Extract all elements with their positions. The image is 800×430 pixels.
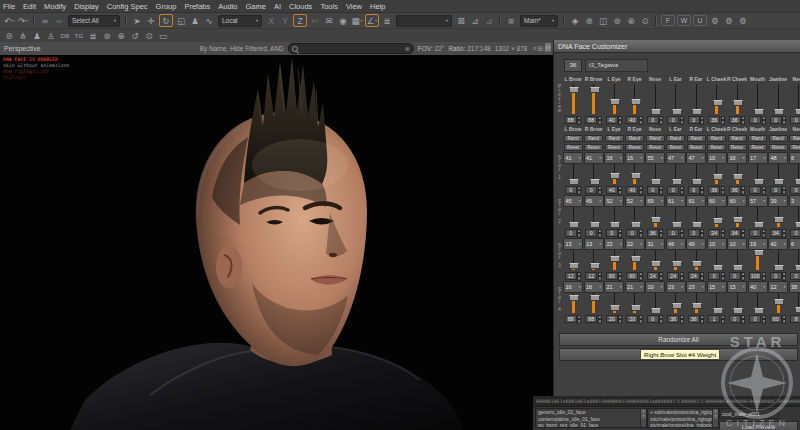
slider-handle[interactable] [733,100,743,106]
slider-handle[interactable] [774,109,784,115]
spinner-down[interactable]: ▼ [762,319,766,324]
weight-value-r-eye[interactable]: 40▲▼ [626,186,643,194]
weight-value-l-brow[interactable]: 88▲▼ [565,116,582,124]
panel-layout-icon[interactable]: ▭ [157,30,169,42]
unlink-icon[interactable]: ∞ [53,15,65,27]
axis-xy-button[interactable]: XY [309,15,321,27]
weight-value-neck[interactable]: 8▲▼ [790,315,800,323]
menu-game[interactable]: Game [245,2,265,11]
weight-slider-jawline[interactable] [768,293,788,313]
weight-slider-r-ear[interactable] [686,84,706,114]
weight-value-l-ear[interactable]: 0▲▼ [667,229,684,237]
slider-handle[interactable] [754,179,764,185]
weight-value-jawline[interactable]: 0▲▼ [770,116,787,124]
weight-value-r-eye[interactable]: 20▲▼ [626,315,643,323]
weight-value-r-brow[interactable]: 88▲▼ [585,116,602,124]
layers-icon[interactable]: ≋ [505,15,517,27]
weight-slider-jawline[interactable] [768,207,788,227]
weight-value-r-cheek[interactable]: 0▲▼ [729,272,746,280]
weight-slider-l-cheek[interactable] [707,164,727,184]
slider-handle[interactable] [651,179,661,185]
slider-handle[interactable] [713,100,723,106]
slider-handle[interactable] [795,307,800,313]
weight-slider-r-cheek[interactable] [727,293,747,313]
weight-value-jawline[interactable]: 0▲▼ [770,186,787,194]
search-input[interactable] [300,45,405,53]
head-dropdown-l-ear[interactable]: 23▾ [666,281,686,293]
rand-button-mouth[interactable]: Rand [748,135,767,142]
weight-slider-nose[interactable] [645,207,665,227]
menu-prefabs[interactable]: Prefabs [184,2,210,11]
panel-dock-icon[interactable]: ▤ [544,41,552,51]
slider-handle[interactable] [692,109,702,115]
weight-slider-l-brow[interactable] [563,84,583,114]
spinner-down[interactable]: ▼ [762,276,766,281]
cinematics-icon[interactable]: ⊙ [639,15,651,27]
weight-value-l-brow[interactable]: 0▲▼ [565,229,582,237]
outliner-icon[interactable]: ≣ [87,30,99,42]
weight-value-l-eye[interactable]: 60▲▼ [606,272,623,280]
weight-value-neck[interactable]: 0▲▼ [790,272,800,280]
slider-handle[interactable] [795,222,800,228]
spinner-down[interactable]: ▼ [639,190,643,195]
character-icon[interactable]: ♙ [45,30,57,42]
weight-slider-r-eye[interactable] [625,207,645,227]
weight-value-l-ear[interactable]: 36▲▼ [667,315,684,323]
spinner-down[interactable]: ▼ [700,120,704,125]
weight-slider-r-cheek[interactable] [727,84,747,114]
weight-value-r-brow[interactable]: 88▲▼ [585,315,602,323]
facebook-icon[interactable]: F [661,15,675,26]
selection-set-dropdown[interactable]: ▾ [396,15,452,27]
pose-icon[interactable]: ♟ [31,30,43,42]
weight-value-nose[interactable]: 0▲▼ [647,186,664,194]
weight-value-nose[interactable]: 0▲▼ [647,116,664,124]
weight-slider-r-eye[interactable] [625,293,645,313]
weight-value-l-cheek[interactable]: 24▲▼ [708,229,725,237]
head-dropdown-l-ear[interactable]: 61▾ [666,195,686,207]
clear-search-icon[interactable]: ⊗ [405,45,410,52]
child-select-icon[interactable]: ⊿ [483,15,495,27]
slider-handle[interactable] [713,218,723,224]
head-dropdown-neck[interactable]: 3▾ [789,195,800,207]
menu-file[interactable]: File [3,2,15,11]
weight-slider-r-ear[interactable] [686,207,706,227]
menu-config-spec[interactable]: Config Spec [107,2,148,11]
weight-value-mouth[interactable]: 0▲▼ [749,315,766,323]
rand-button-jawline[interactable]: Rand [769,135,788,142]
weight-value-l-cheek[interactable]: 0▲▼ [708,272,725,280]
head-dropdown-r-ear[interactable]: 23▾ [686,281,706,293]
weight-slider-l-eye[interactable] [604,250,624,270]
spinner-down[interactable]: ▼ [680,233,684,238]
weight-slider-l-ear[interactable] [666,207,686,227]
menu-clouds[interactable]: Clouds [289,2,312,11]
spinner-down[interactable]: ▼ [577,120,581,125]
weight-slider-mouth[interactable] [748,164,768,184]
spinner-down[interactable]: ▼ [680,190,684,195]
move-tool-icon[interactable]: ✛ [145,15,157,27]
spinner-down[interactable]: ▼ [680,276,684,281]
head-dropdown-r-eye[interactable]: 16▾ [625,152,645,164]
slider-handle[interactable] [692,303,702,309]
weight-slider-neck[interactable] [789,164,800,184]
bind-icon[interactable]: ⊚ [101,30,113,42]
slider-handle[interactable] [672,261,682,267]
slider-handle[interactable] [631,222,641,228]
weight-slider-r-eye[interactable] [625,84,645,114]
weight-slider-r-ear[interactable] [686,293,706,313]
weight-slider-jawline[interactable] [768,84,788,114]
menu-help[interactable]: Help [370,2,385,11]
link-icon[interactable]: ∞ [39,15,51,27]
slider-handle[interactable] [651,308,661,314]
slider-handle[interactable] [569,87,579,93]
weight-value-r-ear[interactable]: 24▲▼ [688,272,705,280]
menu-ai[interactable]: AI [274,2,281,11]
spinner-down[interactable]: ▼ [577,276,581,281]
weight-slider-l-cheek[interactable] [707,84,727,114]
slider-handle[interactable] [713,174,723,180]
menu-display[interactable]: Display [74,2,99,11]
weight-value-r-eye[interactable]: 40▲▼ [626,116,643,124]
weight-slider-r-brow[interactable] [584,250,604,270]
spinner-down[interactable]: ▼ [782,190,786,195]
weight-value-l-brow[interactable]: 0▲▼ [565,186,582,194]
weight-slider-nose[interactable] [645,293,665,313]
